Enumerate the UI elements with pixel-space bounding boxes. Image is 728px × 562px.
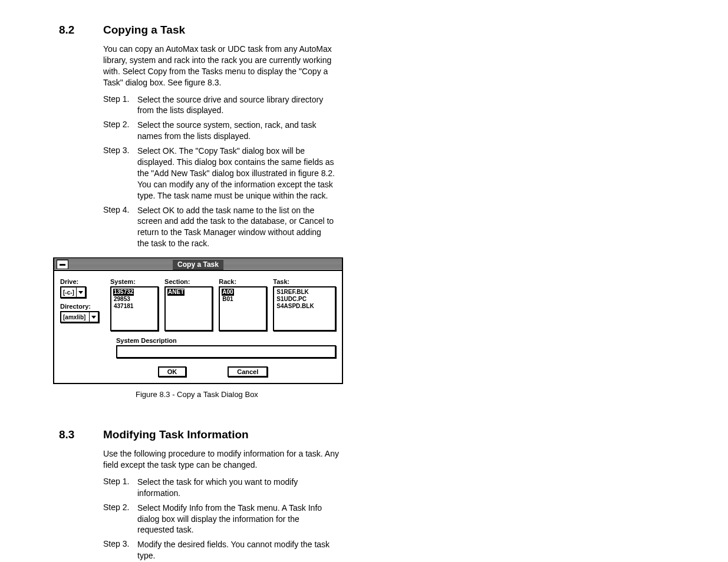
step-text: Select the source system, section, rack,… xyxy=(137,120,335,142)
section-label: Section: xyxy=(164,278,213,285)
step-label: Step 3. xyxy=(103,539,137,561)
list-item[interactable]: S1UDC.PC xyxy=(276,296,333,303)
task-listbox[interactable]: S1REF.BLK S1UDC.PC S4ASPD.BLK xyxy=(273,286,336,331)
section-listbox[interactable]: ANET xyxy=(164,286,213,331)
step-row: Step 2. Select Modify Info from the Task… xyxy=(103,503,669,536)
list-item[interactable]: S1REF.BLK xyxy=(276,289,333,296)
dropdown-arrow-icon xyxy=(89,312,98,322)
step-label: Step 1. xyxy=(103,94,137,117)
step-label: Step 2. xyxy=(103,503,137,536)
section-title: Copying a Task xyxy=(103,24,185,37)
figure-caption: Figure 8.3 - Copy a Task Dialog Box xyxy=(136,390,669,399)
system-listbox[interactable]: 135732 29853 437181 xyxy=(110,286,159,331)
system-label: System: xyxy=(110,278,159,285)
cancel-button[interactable]: Cancel xyxy=(228,366,268,377)
directory-label: Directory: xyxy=(60,303,104,310)
step-text: Select Modify Info from the Task menu. A… xyxy=(137,503,335,536)
drive-dropdown[interactable]: [-c-] xyxy=(60,286,86,298)
step-row: Step 3. Modify the desired fields. You c… xyxy=(103,539,669,561)
section-heading-8-2: 8.2 Copying a Task xyxy=(59,24,669,37)
step-label: Step 4. xyxy=(103,205,137,250)
step-row: Step 4. Select OK to add the task name t… xyxy=(103,205,669,250)
section-intro: You can copy an AutoMax task or UDC task… xyxy=(103,44,339,88)
list-item[interactable]: 437181 xyxy=(113,303,156,310)
dropdown-arrow-icon xyxy=(76,287,85,297)
ok-button[interactable]: OK xyxy=(158,366,187,377)
dialog-title: Copy a Task xyxy=(173,259,223,270)
section-number: 8.2 xyxy=(59,24,103,37)
step-label: Step 1. xyxy=(103,477,137,499)
system-menu-icon[interactable] xyxy=(57,260,68,269)
list-item[interactable]: B01 xyxy=(222,296,264,303)
step-text: Select the source drive and source libra… xyxy=(137,94,335,117)
dialog-body: Drive: [-c-] Directory: [amxlib] System:… xyxy=(54,271,342,383)
step-row: Step 2. Select the source system, sectio… xyxy=(103,120,669,142)
list-item[interactable]: A00 xyxy=(222,289,233,296)
section-title: Modifying Task Information xyxy=(103,428,249,441)
step-text: Modify the desired fields. You cannot mo… xyxy=(137,539,335,561)
step-text: Select OK. The "Copy Task" dialog box wi… xyxy=(137,146,335,201)
step-row: Step 1. Select the task for which you wa… xyxy=(103,477,669,499)
list-item[interactable]: 135732 xyxy=(113,289,134,296)
step-text: Select OK to add the task name to the li… xyxy=(137,205,335,250)
section-heading-8-3: 8.3 Modifying Task Information xyxy=(59,428,669,441)
dialog-titlebar: Copy a Task xyxy=(54,259,342,271)
section-intro: Use the following procedure to modify in… xyxy=(103,448,339,471)
step-text: Select the task for which you want to mo… xyxy=(137,477,335,499)
copy-a-task-dialog: Copy a Task Drive: [-c-] Directory: [amx… xyxy=(53,257,343,384)
list-item[interactable]: 29853 xyxy=(113,296,156,303)
drive-value: [-c-] xyxy=(61,289,76,296)
list-item[interactable]: ANET xyxy=(167,289,185,296)
directory-value: [amxlib] xyxy=(61,314,89,320)
step-label: Step 2. xyxy=(103,120,137,142)
step-row: Step 3. Select OK. The "Copy Task" dialo… xyxy=(103,146,669,201)
system-description-label: System Description xyxy=(116,337,336,344)
section-number: 8.3 xyxy=(59,428,103,441)
list-item[interactable]: S4ASPD.BLK xyxy=(276,303,333,310)
figure-8-3: Copy a Task Drive: [-c-] Directory: [amx… xyxy=(53,257,669,399)
step-row: Step 1. Select the source drive and sour… xyxy=(103,94,669,117)
task-label: Task: xyxy=(273,278,336,285)
step-label: Step 3. xyxy=(103,146,137,201)
system-description-field[interactable] xyxy=(116,345,336,358)
drive-label: Drive: xyxy=(60,278,104,285)
rack-listbox[interactable]: A00 B01 xyxy=(219,286,267,331)
rack-label: Rack: xyxy=(219,278,267,285)
directory-dropdown[interactable]: [amxlib] xyxy=(60,311,99,323)
